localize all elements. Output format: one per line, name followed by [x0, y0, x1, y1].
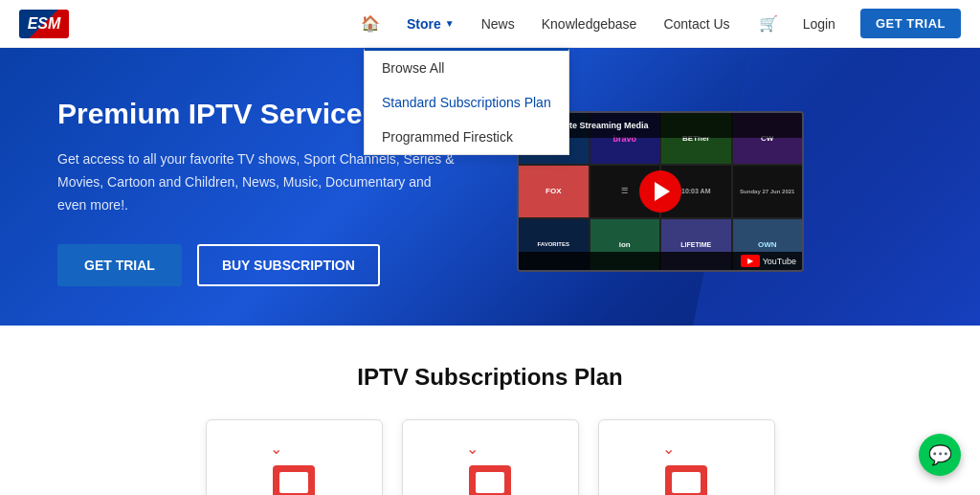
youtube-logo-bottom: ▶ YouTube [741, 255, 796, 267]
dropdown-standard-subscriptions[interactable]: Standard Subscriptions Plan [365, 85, 568, 120]
tv-icon-1 [273, 465, 315, 495]
video-bottom-bar: ▶ YouTube [519, 252, 802, 270]
nav-knowledgebase-link[interactable]: Knowledgebase [542, 16, 637, 32]
hero-description: Get access to all your favorite TV shows… [57, 148, 459, 216]
get-trial-button[interactable]: GET TRIAL [860, 9, 961, 38]
nav-actions: 🛒 Login GET TRIAL [759, 9, 961, 38]
store-dropdown: Browse All Standard Subscriptions Plan P… [364, 48, 569, 155]
card1-icon: ⌄ [270, 439, 318, 495]
hero-trial-button[interactable]: GET TRIAL [57, 244, 182, 286]
yt-icon: ▶ [741, 255, 760, 267]
tv-icon-2 [469, 465, 511, 495]
nav-news-link[interactable]: News [481, 16, 515, 32]
channel-fox: FOX [519, 166, 589, 216]
home-icon[interactable]: 🏠 [361, 14, 380, 33]
chat-icon: 💬 [928, 443, 952, 466]
tv-icon-container-3 [662, 461, 710, 495]
video-channel-name: Elite Streaming Media [559, 121, 649, 130]
tv-icon-container-2 [466, 461, 514, 495]
yt-play-small: ▶ [747, 257, 753, 265]
chevron-down-icon-2: ⌄ [466, 439, 514, 458]
tv-screen-1 [279, 472, 308, 493]
subscription-card-1: ⌄ [206, 419, 383, 495]
chevron-down-icon-1: ⌄ [270, 439, 318, 458]
dropdown-browse-all[interactable]: Browse All [365, 51, 568, 85]
navbar: ESM 🏠 Store ▼ News Knowledgebase Contact… [0, 0, 980, 48]
tv-screen-3 [672, 472, 701, 493]
hero-buttons: GET TRIAL BUY SUBSCRIPTION [57, 244, 459, 286]
channel-date: Sunday 27 Jun 2021 [733, 166, 803, 216]
tv-icon-container-1 [270, 461, 318, 495]
nav-links: 🏠 Store ▼ News Knowledgebase Contact Us [361, 14, 730, 33]
subscription-cards: ⌄ ⌄ [38, 419, 942, 495]
play-triangle-icon [655, 182, 670, 201]
video-play-button[interactable] [639, 170, 681, 213]
login-button[interactable]: Login [793, 11, 845, 37]
cart-icon[interactable]: 🛒 [759, 14, 778, 33]
nav-contact-link[interactable]: Contact Us [663, 16, 729, 32]
store-label: Store [407, 16, 441, 32]
subscriptions-title: IPTV Subscriptions Plan [38, 364, 942, 391]
subscription-card-3: ⌄ [598, 419, 775, 495]
card3-icon: ⌄ [662, 439, 710, 495]
subscriptions-section: IPTV Subscriptions Plan ⌄ ⌄ [0, 326, 980, 495]
subscription-card-2: ⌄ [402, 419, 579, 495]
chat-button[interactable]: 💬 [919, 434, 961, 476]
store-caret-icon: ▼ [445, 18, 455, 29]
tv-icon-3 [665, 465, 707, 495]
logo[interactable]: ESM [19, 10, 69, 38]
logo-text: ESM [28, 15, 61, 33]
chevron-down-icon-3: ⌄ [662, 439, 710, 458]
youtube-label: YouTube [763, 257, 796, 266]
card2-icon: ⌄ [466, 439, 514, 495]
tv-screen-2 [476, 472, 504, 493]
logo-image: ESM [19, 10, 69, 38]
nav-store-link[interactable]: Store ▼ [407, 16, 455, 32]
hero-subscription-button[interactable]: BUY SUBSCRIPTION [197, 244, 380, 286]
dropdown-programmed-firestick[interactable]: Programmed Firestick [365, 120, 568, 154]
